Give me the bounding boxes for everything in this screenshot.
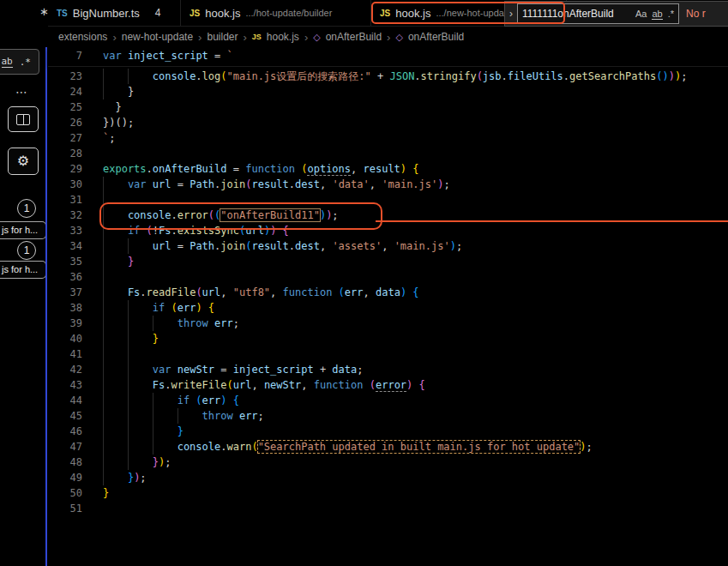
settings-gear-icon[interactable]: ⚙: [8, 148, 39, 175]
regex-icon[interactable]: .*: [668, 9, 674, 19]
line-number[interactable]: 7: [48, 48, 82, 63]
line-number[interactable]: 31: [48, 192, 82, 208]
tab-label: BigNumber.ts: [73, 7, 140, 20]
whole-word-icon[interactable]: ab: [652, 9, 662, 20]
indent-guide: [153, 424, 177, 439]
chevron-right-icon: ›: [198, 31, 202, 44]
line-number[interactable]: 30: [48, 177, 82, 192]
line-number[interactable]: 32: [48, 208, 82, 223]
line-number[interactable]: 23: [48, 69, 82, 84]
line-number[interactable]: 33: [48, 223, 82, 238]
line-number[interactable]: 46: [48, 424, 82, 439]
sticky-line[interactable]: 7var inject_script = `: [48, 48, 728, 67]
code-line[interactable]: 46}: [48, 424, 728, 439]
indent-guide: [177, 408, 202, 424]
line-number[interactable]: 48: [48, 455, 82, 470]
indent-guide: [103, 300, 128, 316]
indent-guide: [103, 254, 128, 269]
breadcrumb-item-onafterbuild[interactable]: onAfterBuild: [326, 31, 382, 43]
code-line[interactable]: 38if (err) {: [48, 300, 728, 316]
indent-guide: [128, 331, 153, 346]
line-number[interactable]: 51: [48, 501, 82, 516]
indent-guide: [128, 455, 153, 470]
line-number[interactable]: 29: [48, 161, 82, 177]
line-number[interactable]: 35: [48, 254, 82, 269]
symbol-function-icon: ◇: [313, 32, 320, 43]
indent-guide: [128, 238, 153, 254]
code-line[interactable]: 28: [48, 146, 728, 161]
code-line[interactable]: 45throw err;: [48, 408, 728, 424]
tab-hook-js-hot-update[interactable]: JS hook.js .../hot-update/builder: [181, 0, 371, 26]
breadcrumb-item-onafterbuild[interactable]: onAfterBuild: [408, 31, 464, 43]
breadcrumb-item-builder[interactable]: builder: [207, 31, 238, 43]
code-line[interactable]: 27`;: [48, 130, 728, 146]
line-number[interactable]: 42: [48, 362, 82, 377]
line-number[interactable]: 34: [48, 238, 82, 254]
indent-guide: [153, 408, 177, 424]
code-line[interactable]: 40}: [48, 331, 728, 346]
reader-mode-icon[interactable]: [8, 106, 39, 132]
code-line[interactable]: 51: [48, 501, 728, 516]
indent-guide: [128, 69, 153, 84]
code-text: Fs.writeFile(url, newStr, function (erro…: [103, 377, 425, 393]
code-line[interactable]: 48});: [48, 455, 728, 470]
code-line[interactable]: 25 }: [48, 99, 728, 115]
code-line[interactable]: 26})();: [48, 115, 728, 130]
overflow-ellipsis-icon[interactable]: ⋯: [15, 85, 27, 99]
breadcrumb-item-new-hot-update[interactable]: new-hot-update: [122, 31, 193, 43]
line-number[interactable]: 45: [48, 408, 82, 424]
indent-guide: [153, 393, 177, 408]
code-text: throw err;: [103, 316, 239, 331]
breadcrumb-item-hook-js[interactable]: hook.js: [267, 31, 299, 43]
breadcrumb-item-extensions[interactable]: extensions: [58, 31, 107, 43]
code-line[interactable]: 42var newStr = inject_script + data;: [48, 362, 728, 377]
code-line[interactable]: 7var inject_script = `: [48, 48, 728, 63]
code-line[interactable]: 50}: [48, 485, 728, 501]
line-number[interactable]: 36: [48, 269, 82, 285]
code-line[interactable]: 36: [48, 269, 728, 285]
indent-guide: [103, 393, 128, 408]
tab-bignumber-ts[interactable]: TS BigNumber.ts 4: [48, 0, 181, 26]
indent-guide: [103, 69, 128, 84]
line-number[interactable]: 49: [48, 470, 82, 485]
code-line[interactable]: 29exports.onAfterBuild = function (optio…: [48, 161, 728, 177]
regex-icon[interactable]: .*: [20, 57, 31, 68]
code-line[interactable]: 24}: [48, 84, 728, 99]
code-line[interactable]: 47console.warn("SearchPath updated in bu…: [48, 439, 728, 455]
line-number[interactable]: 41: [48, 346, 82, 362]
rail-item-js-for-h[interactable]: js for h...: [0, 261, 46, 279]
line-number[interactable]: 27: [48, 130, 82, 146]
line-number[interactable]: 38: [48, 300, 82, 316]
line-number[interactable]: 37: [48, 285, 82, 300]
line-number[interactable]: 39: [48, 316, 82, 331]
line-number[interactable]: 26: [48, 115, 82, 130]
line-number[interactable]: 28: [48, 146, 82, 161]
code-line[interactable]: 35}: [48, 254, 728, 269]
match-case-icon[interactable]: Aa: [635, 9, 647, 19]
editor-group-sash[interactable]: [45, 47, 47, 566]
line-number[interactable]: 40: [48, 331, 82, 346]
rail-item-js-for-h[interactable]: js for h...: [0, 221, 46, 239]
line-number[interactable]: 25: [48, 99, 82, 115]
code-line[interactable]: 41: [48, 346, 728, 362]
tab-badge: 4: [155, 7, 161, 19]
line-number[interactable]: 47: [48, 439, 82, 455]
code-line[interactable]: 34url = Path.join(result.dest, 'assets',…: [48, 238, 728, 254]
line-number[interactable]: 44: [48, 393, 82, 408]
code-line[interactable]: 43Fs.writeFile(url, newStr, function (er…: [48, 377, 728, 393]
whole-word-icon[interactable]: ab: [2, 56, 13, 68]
code-text: if (err) {: [103, 393, 239, 408]
code-text: [103, 346, 153, 362]
code-line[interactable]: 37Fs.readFile(url, "utf8", function (err…: [48, 285, 728, 300]
line-number[interactable]: 43: [48, 377, 82, 393]
line-number[interactable]: 50: [48, 485, 82, 501]
line-number[interactable]: 24: [48, 84, 82, 99]
code-line[interactable]: 30var url = Path.join(result.dest, 'data…: [48, 177, 728, 192]
javascript-file-icon: JS: [190, 9, 200, 18]
code-line[interactable]: 49});: [48, 470, 728, 485]
code-line[interactable]: 44if (err) {: [48, 393, 728, 408]
code-line[interactable]: 23console.log("main.js设置后的搜索路径:" + JSON.…: [48, 69, 728, 84]
indent-guide: [103, 331, 128, 346]
code-line[interactable]: 39throw err;: [48, 316, 728, 331]
code-editor[interactable]: 7var inject_script = ` 23console.log("ma…: [48, 48, 728, 566]
